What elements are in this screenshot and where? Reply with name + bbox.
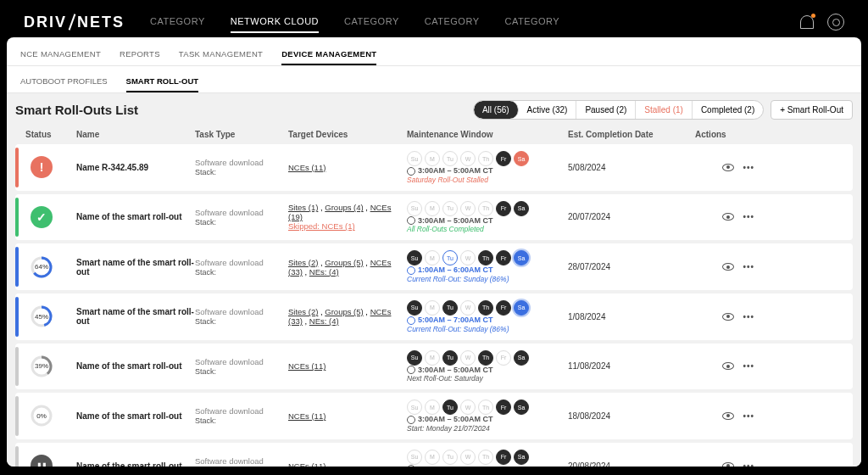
more-actions-icon[interactable]: •••	[743, 361, 754, 371]
column-header: Status	[25, 130, 76, 139]
day-chip: Su	[407, 250, 422, 265]
topnav-item[interactable]: CATEGORY	[344, 11, 399, 33]
user-avatar-icon[interactable]	[827, 14, 844, 31]
completion-date: 20/07/2024	[568, 212, 695, 221]
view-icon[interactable]	[722, 213, 734, 221]
maintenance-window: 3:00AM – 5:00AM CTNext Roll-Out: Paused	[407, 465, 568, 467]
more-actions-icon[interactable]: •••	[743, 312, 754, 321]
status-pause-icon	[31, 455, 53, 467]
task-type: Software downloadStack:	[195, 406, 288, 425]
topnav-item[interactable]: CATEGORY	[425, 11, 480, 33]
day-chip: Th	[478, 300, 493, 316]
target-link[interactable]: Groups (5)	[325, 258, 363, 267]
target-link[interactable]: NEs: (4)	[309, 316, 339, 326]
completion-date: 18/08/2024	[568, 411, 695, 421]
filter-pills: All (56)Active (32)Paused (2)Stalled (1)…	[473, 100, 764, 120]
rollout-name: Name of the smart roll-out	[76, 411, 195, 421]
view-icon[interactable]	[722, 313, 734, 321]
target-link[interactable]: Sites (2)	[288, 258, 318, 267]
skipped-link[interactable]: Skipped: NCEs (1)	[288, 221, 355, 231]
svg-point-6	[32, 406, 51, 425]
target-link[interactable]: NCEs (11)	[288, 461, 326, 467]
maintenance-window: 3:00AM – 5:00AM CTStart: Monday 21/07/20…	[407, 415, 568, 433]
topnav-item[interactable]: CATEGORY	[150, 11, 205, 33]
target-link[interactable]: Groups (4)	[325, 203, 363, 212]
table-row: 0%Name of the smart roll-outSoftware dow…	[15, 393, 853, 439]
target-devices: NCEs (11)	[288, 461, 407, 467]
day-chip: Th	[478, 350, 493, 366]
rollout-name: Name of the smart roll-out	[76, 212, 195, 221]
clock-icon	[407, 167, 415, 176]
view-icon[interactable]	[722, 164, 734, 171]
target-devices: NCEs (11)	[288, 361, 407, 371]
topnav-item[interactable]: CATEGORY	[504, 11, 559, 33]
day-chip: Fr	[496, 450, 511, 465]
day-chip: Su	[407, 350, 422, 366]
days-selector: SuMTuWThFrSa	[407, 250, 568, 265]
sub-nav-secondary: AUTOBOOT PROFILESSMART ROLL-OUT	[7, 66, 861, 93]
rollout-name: Name of the smart roll-out	[76, 461, 195, 467]
day-chip: M	[425, 350, 440, 366]
days-selector: SuMTuWThFrSa	[407, 450, 568, 465]
subnav1-item[interactable]: TASK MANAGEMENT	[179, 44, 263, 65]
more-actions-icon[interactable]: •••	[743, 163, 754, 172]
more-actions-icon[interactable]: •••	[743, 212, 754, 221]
day-chip: Sa	[514, 151, 529, 166]
day-chip: Su	[407, 450, 422, 465]
day-chip: M	[425, 400, 440, 415]
view-icon[interactable]	[722, 412, 734, 420]
subnav1-item[interactable]: DEVICE MANAGEMENT	[281, 44, 376, 65]
day-chip: Su	[407, 400, 422, 415]
day-chip: W	[460, 450, 476, 465]
view-icon[interactable]	[722, 362, 734, 370]
subnav1-item[interactable]: NCE MANAGEMENT	[20, 44, 101, 65]
column-header: Maintenance Window	[407, 130, 568, 139]
clock-icon	[407, 216, 415, 225]
table-row: 45%Smart name of the smart roll-outSoftw…	[15, 293, 853, 340]
day-chip: Sa	[514, 450, 529, 465]
target-link[interactable]: Groups (5)	[325, 307, 363, 316]
more-actions-icon[interactable]: •••	[743, 262, 754, 271]
target-link[interactable]: Sites (2)	[288, 307, 318, 316]
day-chip: Fr	[496, 300, 511, 316]
view-icon[interactable]	[722, 462, 734, 467]
maintenance-window: 3:00AM – 5:00AM CTSaturday Roll-Out Stal…	[407, 166, 568, 184]
day-chip: Fr	[496, 151, 511, 166]
view-icon[interactable]	[722, 263, 734, 271]
task-type: Software downloadStack:	[195, 258, 288, 277]
task-type: Software downloadStack:	[195, 456, 288, 467]
subnav2-item[interactable]: SMART ROLL-OUT	[126, 71, 199, 92]
day-chip: Su	[407, 300, 422, 316]
filter-pill[interactable]: Stalled (1)	[636, 101, 693, 119]
day-chip: W	[460, 300, 476, 316]
day-chip: Fr	[496, 201, 511, 216]
progress-ring: 39%	[31, 355, 53, 377]
subnav1-item[interactable]: REPORTS	[120, 44, 160, 65]
clock-icon	[407, 266, 415, 275]
filter-pill[interactable]: All (56)	[474, 101, 519, 119]
target-link[interactable]: Sites (1)	[288, 203, 318, 212]
filter-pill[interactable]: Active (32)	[519, 101, 577, 119]
day-chip: Th	[478, 250, 493, 265]
more-actions-icon[interactable]: •••	[743, 411, 754, 421]
bell-icon[interactable]	[800, 15, 814, 29]
target-devices: Sites (2) , Groups (5) , NCEs (33) , NEs…	[288, 258, 407, 277]
target-link[interactable]: NEs: (4)	[309, 267, 339, 277]
add-smart-rollout-button[interactable]: + Smart Roll-Out	[771, 100, 853, 120]
day-chip: Tu	[442, 350, 458, 366]
subnav2-item[interactable]: AUTOBOOT PROFILES	[20, 71, 108, 92]
topnav-item[interactable]: NETWORK CLOUD	[231, 11, 319, 33]
day-chip: Sa	[514, 201, 529, 216]
target-link[interactable]: NCEs (11)	[288, 411, 326, 421]
clock-icon	[407, 366, 415, 374]
day-chip: Tu	[442, 400, 458, 415]
day-chip: Tu	[442, 250, 458, 265]
more-actions-icon[interactable]: •••	[743, 461, 754, 467]
target-link[interactable]: NCEs (11)	[288, 163, 326, 172]
target-link[interactable]: NCEs (11)	[288, 361, 326, 371]
rollout-name: Name R-342.45.89	[76, 163, 195, 172]
completion-date: 20/08/2024	[568, 461, 695, 467]
filter-pill[interactable]: Completed (2)	[693, 101, 763, 119]
filter-pill[interactable]: Paused (2)	[576, 101, 636, 119]
task-type: Software downloadStack:	[195, 158, 288, 176]
